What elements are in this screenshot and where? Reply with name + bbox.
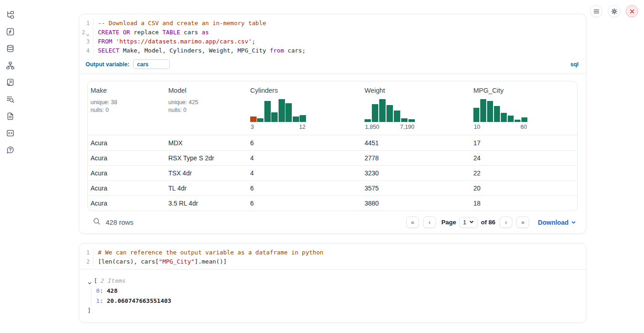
entry-value: 20.060747663551403 [107, 297, 171, 304]
settings-gear-icon[interactable] [608, 5, 620, 17]
row-count: 428 rows [106, 218, 134, 226]
python-cell: 1# We can reference the output variable … [79, 243, 586, 323]
output-variable-label: Output variable: [86, 61, 129, 68]
histogram-bar[interactable] [501, 113, 507, 122]
table-cell: 4 [247, 154, 362, 162]
histogram-bar[interactable] [480, 99, 486, 122]
column-header-make[interactable]: Makeunique: 38nulls: 0 [88, 87, 166, 130]
column-title: Model [168, 87, 247, 94]
column-histogram[interactable] [250, 99, 306, 122]
table-cell: 6 [247, 185, 362, 192]
column-header-mpg_city[interactable]: MPG_City1060 [471, 87, 577, 130]
hist-max-label: 7,190 [400, 124, 414, 130]
histogram-bar[interactable] [372, 104, 378, 122]
table-cell: 24 [471, 154, 577, 162]
output-variable-input[interactable] [133, 59, 170, 69]
documentation-icon[interactable] [5, 111, 15, 121]
next-page-button[interactable]: › [499, 217, 512, 228]
histogram-bar[interactable] [379, 99, 386, 122]
sql-cell: 1-- Download a CSV and create an in-memo… [79, 14, 586, 234]
histogram-bar[interactable] [264, 101, 271, 122]
previous-page-button[interactable]: ‹ [423, 217, 436, 228]
table-cell: 20 [471, 185, 577, 192]
hist-max-label: 60 [521, 124, 527, 130]
table-cell: 18 [471, 200, 577, 207]
histogram-bar[interactable] [257, 118, 263, 122]
column-title: Weight [365, 87, 471, 94]
table-cell: 3230 [362, 169, 471, 177]
table-row[interactable]: AcuraTL 4dr6357520 [88, 180, 577, 196]
collapse-chevron-icon[interactable] [87, 279, 92, 283]
table-footer: 428 rows « ‹ Page 1 of 86 › » Download [87, 217, 578, 228]
menu-icon[interactable] [590, 5, 602, 17]
table-cell: 4451 [362, 139, 471, 147]
help-icon[interactable] [5, 145, 15, 154]
page-select[interactable]: 1 [459, 217, 477, 228]
table-cell: 22 [471, 169, 577, 177]
python-code-editor[interactable]: 1# We can reference the output variable … [79, 243, 586, 269]
histogram-bar[interactable] [401, 118, 408, 122]
search-icon[interactable] [93, 217, 101, 227]
table-row[interactable]: AcuraTSX 4dr4323022 [88, 165, 577, 180]
database-icon[interactable] [5, 44, 15, 53]
table-cell: 3880 [362, 200, 471, 207]
column-header-weight[interactable]: Weight1,8507,190 [362, 87, 471, 130]
table-cell: 2778 [362, 154, 471, 162]
histogram-bar[interactable] [250, 116, 257, 122]
column-histogram[interactable] [365, 99, 415, 122]
line-number: 2 [79, 28, 93, 37]
histogram-bar[interactable] [487, 101, 493, 122]
histogram-bar[interactable] [386, 105, 393, 122]
histogram-bar[interactable] [285, 103, 292, 122]
histogram-bar[interactable] [508, 116, 514, 122]
histogram-range-labels: 312 [250, 124, 306, 130]
null-count: nulls: 0 [168, 106, 247, 114]
scratchpad-icon[interactable] [5, 78, 15, 87]
histogram-bar[interactable] [473, 108, 479, 122]
histogram-bar[interactable] [394, 111, 400, 122]
histogram-bar[interactable] [521, 117, 527, 122]
column-header-cylinders[interactable]: Cylinders312 [247, 87, 362, 130]
table-row[interactable]: AcuraRSX Type S 2dr4277824 [88, 150, 577, 165]
table-row[interactable]: AcuraMDX6445117 [88, 135, 577, 150]
histogram-bar[interactable] [494, 106, 500, 122]
histogram-bar[interactable] [293, 116, 299, 122]
snippets-icon[interactable] [5, 128, 15, 137]
code-text: [len(cars), cars["MPG_City"].mean()] [93, 257, 227, 266]
histogram-bar[interactable] [365, 119, 371, 122]
tree-entries: 0: 4281: 20.060747663551403 [91, 286, 579, 306]
code-text: SELECT Make, Model, Cylinders, Weight, M… [93, 46, 306, 55]
column-header-model[interactable]: Modelunique: 425nulls: 0 [166, 87, 247, 130]
function-icon[interactable] [5, 27, 15, 36]
find-search-icon[interactable] [5, 95, 15, 104]
fold-chevron-icon[interactable] [86, 31, 90, 34]
column-title: Make [91, 87, 166, 94]
histogram-range-labels: 1060 [473, 124, 527, 130]
histogram-bar[interactable] [408, 119, 415, 122]
histogram-bar[interactable] [279, 99, 285, 122]
first-page-button[interactable]: « [406, 217, 419, 228]
tree-entry: 1: 20.060747663551403 [96, 296, 579, 306]
file-tree-icon[interactable] [5, 10, 15, 19]
column-title: Cylinders [250, 87, 362, 94]
histogram-bar[interactable] [300, 115, 306, 122]
table-cell: 3575 [362, 185, 471, 192]
table-row[interactable]: Acura3.5 RL 4dr6388018 [88, 196, 577, 211]
chevron-down-icon [571, 219, 576, 226]
histogram-bar[interactable] [515, 120, 521, 122]
dependency-graph-icon[interactable] [5, 61, 15, 70]
column-histogram[interactable] [473, 99, 527, 122]
last-page-button[interactable]: » [516, 217, 529, 228]
close-icon[interactable] [626, 5, 638, 17]
page-label: Page [441, 219, 456, 226]
column-title: MPG_City [473, 87, 577, 94]
download-button[interactable]: Download [538, 219, 576, 226]
close-bracket: ] [87, 306, 579, 315]
table-cell: MDX [166, 139, 247, 147]
histogram-bar[interactable] [271, 112, 278, 122]
sql-code-editor[interactable]: 1-- Download a CSV and create an in-memo… [79, 14, 586, 58]
column-stats: unique: 425nulls: 0 [168, 99, 247, 114]
table-cell: 3.5 RL 4dr [166, 200, 247, 207]
page-select-value: 1 [463, 219, 466, 226]
code-text: # We can reference the output variable a… [93, 248, 323, 257]
